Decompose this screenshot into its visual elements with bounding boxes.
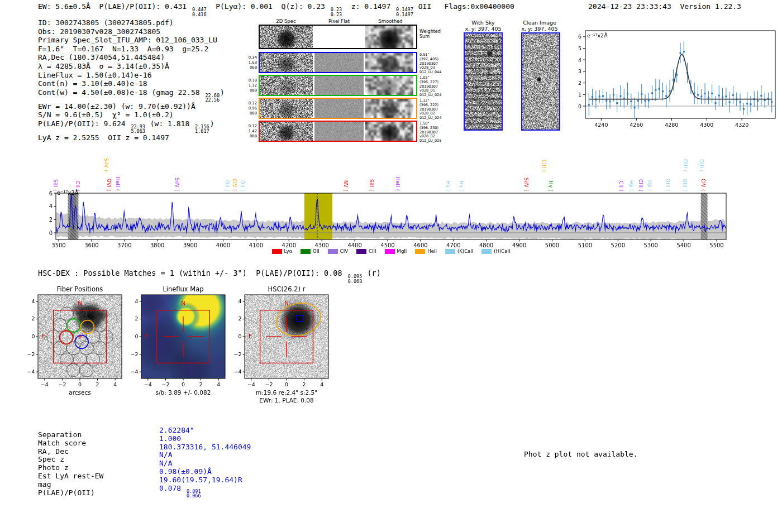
match-label: Separation bbox=[38, 430, 103, 439]
spectral-line-label: OIII ( bbox=[683, 159, 688, 172]
legend-label: CIII bbox=[369, 248, 376, 254]
spec2d-fiber3-smoothed-image bbox=[365, 99, 413, 118]
fiber-positions-title: Fiber Positions bbox=[35, 285, 125, 293]
spec2d-header-smoothed: Smoothed bbox=[365, 18, 416, 24]
report-timestamp: 2024-12-23 23:33:43 Version 1.22.3 bbox=[588, 2, 741, 11]
match-value: 180.373316, 51.446049 bbox=[159, 443, 251, 451]
spec2d-fiber2-weights: 0.19 1.12 089 bbox=[240, 78, 257, 93]
cleanimage-coords: x, y: 397, 405 bbox=[509, 26, 570, 32]
legend-label: CIV bbox=[340, 248, 348, 254]
legend-swatch bbox=[356, 249, 366, 254]
fiber-positions-xlabel: arcsecs bbox=[35, 389, 125, 396]
spec2d-row-fiber1 bbox=[259, 52, 417, 73]
legend-swatch bbox=[272, 249, 282, 254]
line-fit-plot bbox=[567, 22, 782, 137]
info-line-lyaz: LyA z = 2.5255 OII z = 0.1497 bbox=[38, 133, 225, 142]
legend-item: MgII bbox=[385, 248, 407, 254]
spectrum-legend: LyαOIICIVCIIIMgIIHeII(K)CaII(H)CaII bbox=[235, 248, 547, 254]
legend-label: (K)CaII bbox=[457, 248, 473, 254]
fiber-positions-plot bbox=[22, 293, 131, 393]
lineflux-map-plot bbox=[126, 293, 235, 393]
legend-item: (K)CaII bbox=[445, 248, 473, 254]
hsc-match-summary: HSC-DEX : Possible Matches = 1 (within +… bbox=[38, 269, 381, 283]
spec2d-fiber4-info: 1.50" (396, 230) 20190307 v028_02 012_LU… bbox=[419, 122, 454, 143]
match-table-values: 2.62284" 1.000 180.373316, 51.446049 N/A… bbox=[159, 426, 251, 492]
spec2d-fiber2-info: 1.03" (396, 227) 20190307 v028_01 012_LU… bbox=[419, 76, 454, 98]
legend-swatch bbox=[415, 249, 425, 254]
match-value: 0.98(±0.09)Å bbox=[159, 467, 251, 476]
legend-item: Lyα bbox=[272, 248, 293, 254]
info-line-obs: Obs: 20190307v028_3002743805 bbox=[38, 27, 225, 36]
spectral-line-label: SiIV ( bbox=[103, 158, 109, 172]
legend-item: CIV bbox=[328, 248, 348, 254]
cleanimage-title: Clean Image bbox=[509, 20, 570, 26]
cleanimage-image bbox=[521, 32, 560, 131]
spec2d-fiber1-info: 0.51" (397, 405) 20190307 v028_03 012_LU… bbox=[419, 53, 454, 75]
legend-label: Lyα bbox=[284, 248, 293, 254]
info-line-cont-w: Cont(w) = 4.50(±0.08)e-18 (gmag 22.58 22… bbox=[38, 88, 225, 102]
match-label: RA, Dec bbox=[38, 447, 103, 456]
match-value: 1.000 bbox=[159, 434, 251, 443]
spec2d-fiber1-smoothed-image bbox=[365, 53, 413, 72]
match-value: 2.62284" bbox=[159, 426, 251, 434]
spec2d-fiber4-pixelflat-image bbox=[314, 122, 364, 141]
detection-info-block: ID: 3002743805 (3002743805.pdf) Obs: 201… bbox=[38, 18, 225, 142]
match-value: 19.60(19.57,19.64)R bbox=[159, 476, 251, 484]
spec2d-fiber3-2dspec-image bbox=[260, 99, 313, 118]
info-line-primary-spec: Primary Spec_Slot_IFU_AMP: 012_106_033_L… bbox=[38, 36, 225, 45]
legend-item: OII bbox=[301, 248, 320, 254]
hsc-cutout-xlabel2: EWr: 1. PLAE: 0.08 bbox=[231, 397, 342, 404]
spec2d-row-weighted bbox=[259, 25, 417, 49]
spec2d-fiber4-smoothed-image bbox=[365, 122, 413, 141]
elixer-report-page: EW: 5.6±0.5Å P(LAE)/P(OII): 0.431 0.4470… bbox=[0, 0, 782, 532]
spec2d-fiber3-info: 1.12" (396, 222) 20190307 v028_02 012_LU… bbox=[419, 99, 454, 121]
spec2d-fiber3-pixelflat-image bbox=[314, 99, 364, 118]
match-label: Spec z bbox=[38, 455, 103, 463]
match-label: Photo z bbox=[38, 463, 103, 472]
photz-unavailable-note: Phot z plot not available. bbox=[524, 450, 638, 458]
info-line-seeing: F=1.6" T=0.167 N=1.33 A=0.93 g=25.2 bbox=[38, 45, 225, 54]
withsky-image bbox=[464, 32, 503, 131]
legend-item: CIII bbox=[356, 248, 376, 254]
match-value: N/A bbox=[159, 459, 251, 467]
info-line-plae: P(LAE)/P(OII): 9.624 22.935.063 (w: 1.81… bbox=[38, 119, 225, 133]
withsky-title: With Sky bbox=[452, 20, 514, 26]
legend-label: (H)CaII bbox=[494, 248, 510, 254]
lineflux-map-xlabel: s/b: 3.89 +/- 0.082 bbox=[139, 389, 228, 396]
legend-item: (H)CaII bbox=[481, 248, 510, 254]
spec2d-fiber1-weights: 0.34 1.63 069 bbox=[240, 55, 257, 70]
report-version: Version 1.22.3 bbox=[680, 2, 741, 11]
legend-label: MgII bbox=[397, 248, 407, 254]
match-label: Match score bbox=[38, 439, 103, 447]
info-line-wavelength: λ = 4285.83Å σ = 3.14(±0.35)Å bbox=[38, 62, 225, 71]
legend-label: HeII bbox=[427, 248, 437, 254]
spec2d-fiber2-smoothed-image bbox=[365, 76, 413, 95]
match-label: Est LyA rest-EW bbox=[38, 472, 103, 480]
spec2d-fiber2-pixelflat-image bbox=[314, 76, 364, 95]
report-datetime: 2024-12-23 23:33:43 bbox=[588, 2, 671, 11]
info-line-id: ID: 3002743805 (3002743805.pdf) bbox=[38, 18, 225, 27]
legend-swatch bbox=[481, 249, 492, 254]
spec2d-fiber4-weights: 0.12 1.42 088 bbox=[240, 124, 257, 139]
lineflux-map-title: Lineflux Map bbox=[139, 285, 228, 293]
spec2d-fiber1-2dspec-image bbox=[260, 53, 313, 72]
legend-swatch bbox=[445, 249, 455, 254]
spec2d-weighted-smoothed-image bbox=[365, 26, 413, 48]
match-label: P(LAE)/P(OII) bbox=[38, 488, 103, 497]
legend-swatch bbox=[328, 249, 338, 254]
hsc-r-cutout-plot bbox=[229, 293, 338, 393]
legend-swatch bbox=[301, 249, 311, 254]
legend-label: OII bbox=[313, 248, 320, 254]
info-line-lineflux: LineFlux = 1.50(±0.14)e-16 bbox=[38, 71, 225, 80]
spectral-line-label: OIII ( bbox=[699, 159, 704, 172]
match-label: mag bbox=[38, 480, 103, 488]
hsc-cutout-title: HSC(26.2) r bbox=[242, 285, 331, 293]
spectral-line-label: CIII ( bbox=[541, 160, 547, 172]
legend-item: HeII bbox=[415, 248, 437, 254]
full-spectrum-plot bbox=[47, 188, 743, 251]
spec2d-row-fiber2 bbox=[259, 75, 417, 96]
match-table-labels: Separation Match score RA, Dec Spec z Ph… bbox=[38, 430, 103, 496]
info-line-sn: S/N = 9.6(±0.5) χ² = 1.0(±0.2) bbox=[38, 111, 225, 119]
match-value: N/A bbox=[159, 450, 251, 459]
spec2d-row-fiber3 bbox=[259, 98, 417, 119]
